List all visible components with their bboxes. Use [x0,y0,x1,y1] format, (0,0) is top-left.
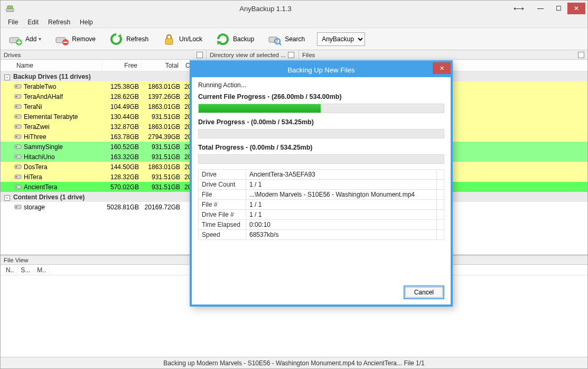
svg-point-32 [16,206,17,208]
refresh-button[interactable]: Refresh [104,30,154,49]
drive-name: TeraZwei [23,123,102,131]
table-row: Time Elapsed0:00:10 [199,220,444,230]
dialog-close-button[interactable]: ✕ [433,62,451,74]
drive-name: HiThree [23,133,102,141]
table-row: File...\Modern Marvels - S10E56 - Washin… [199,190,444,200]
drive-red-icon [14,102,22,111]
svg-point-18 [16,126,17,127]
drive-name: DosTera [23,163,102,171]
drive-green-icon [14,182,22,191]
drives-panel-label: Drives [4,52,21,58]
backup-button[interactable]: Backup [210,30,260,49]
collapse-icon[interactable]: − [4,75,10,80]
move-window-icon[interactable]: ⟷ [514,4,522,13]
table-row: Drive File #1 / 1 [199,210,444,220]
drive-free: 5028.81GB [102,204,141,211]
unlock-button[interactable]: Un/Lock [156,30,208,49]
remove-button[interactable]: Remove [49,30,101,49]
lock-icon [162,32,176,46]
drive-free: 132.87GB [102,123,141,131]
drive-name: HitachiUno [23,153,102,161]
svg-point-26 [16,166,17,168]
drive-total: 1863.01GB [141,123,182,131]
drive-free: 570.02GB [102,183,141,191]
search-button[interactable]: Search [262,30,311,49]
drive-red-icon [14,132,22,141]
svg-point-10 [16,86,17,87]
drive-total: 2794.39GB [141,133,182,141]
drive-total: 931.51GB [141,143,182,151]
drive-total: 20169.72GB [141,204,182,211]
app-window: AnyBackup 1.1.3 ⟷ — ☐ ✕ File Edit Refres… [0,0,588,369]
panel-toggle-icon[interactable] [197,52,203,58]
col-name[interactable]: Name [13,62,102,69]
dialog-titlebar[interactable]: Backing Up New Files ✕ [192,62,451,77]
group-label: Backup Drives (11 drives) [13,73,91,80]
drive-total: 1863.01GB [141,103,182,110]
svg-rect-6 [165,39,173,44]
drive-total: 1863.01GB [141,163,182,171]
table-row: Drive Count1 / 1 [199,180,444,190]
drive-name: Elemental Terabyte [23,113,102,121]
search-label: Search [285,35,305,43]
backup-icon [216,32,230,46]
drive-name: TerableTwo [23,83,102,90]
minimize-button[interactable]: — [531,3,549,14]
caret-down-icon: ▾ [39,36,41,42]
backup-dialog: Backing Up New Files ✕ Running Action...… [190,60,453,307]
drive-total: 931.51GB [141,173,182,181]
menu-refresh[interactable]: Refresh [44,17,74,27]
panel-toggle-icon[interactable] [578,52,584,58]
drive-free: 130.44GB [102,113,141,121]
panel-toggle-icon[interactable] [288,52,294,58]
backup-label: Backup [233,35,254,43]
svg-point-22 [16,146,17,147]
drive-free: 128.62GB [102,93,141,100]
dialog-running: Running Action... [198,81,444,89]
col-free[interactable]: Free [102,62,141,69]
collapse-icon[interactable]: − [4,195,10,201]
fv-col-1[interactable]: S... [17,266,34,274]
menu-help[interactable]: Help [76,17,97,27]
drive-red-icon [14,122,22,131]
drive-name: TeraAndAHalf [23,93,102,100]
dirview-panel-label: Directory view of selected ... [210,52,286,58]
drive-green-icon [14,152,22,161]
drive-green-icon [14,142,22,151]
drive-total: 1397.26GB [141,93,182,100]
window-title: AnyBackup 1.1.3 [17,5,514,13]
drive-green-icon [14,202,22,211]
add-label: Add [25,35,36,43]
cancel-button[interactable]: Cancel [404,285,444,299]
drive-total: 931.51GB [141,183,182,191]
drive-red-icon [14,112,22,121]
remove-drive-icon [55,32,69,46]
svg-rect-1 [7,6,13,8]
maximize-button[interactable]: ☐ [549,3,567,14]
drive-red-icon [14,92,22,101]
drive-progress-label: Drive Progress - (0.00mb / 534.25mb) [198,118,444,126]
col-total[interactable]: Total [141,62,182,69]
drive-name: storage [23,204,102,211]
drive-free: 125.38GB [102,83,141,90]
refresh-label: Refresh [126,35,148,43]
menubar: File Edit Refresh Help [1,16,587,28]
menu-edit[interactable]: Edit [23,17,43,27]
drive-red-icon [14,82,22,91]
fv-col-2[interactable]: M.. [34,266,50,274]
svg-point-24 [16,156,17,158]
drive-red-icon [14,162,22,171]
svg-point-12 [16,96,17,97]
add-button[interactable]: Add ▾ [3,30,47,49]
mode-select[interactable]: AnyBackup [317,32,365,46]
drive-progress-bar [198,129,444,139]
drive-free: 144.50GB [102,163,141,171]
svg-point-14 [16,106,17,107]
menu-file[interactable]: File [4,17,22,27]
fv-col-0[interactable]: N.. [3,266,17,274]
add-drive-icon [8,32,22,46]
close-button[interactable]: ✕ [567,3,585,14]
drive-free: 104.49GB [102,103,141,110]
drive-free: 163.78GB [102,133,141,141]
table-row: Speed68537kb/s [199,230,444,240]
